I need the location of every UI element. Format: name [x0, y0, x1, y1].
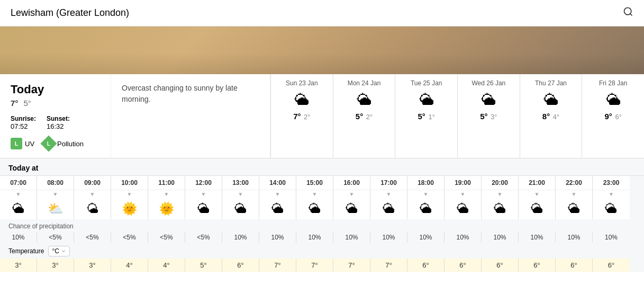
hourly-weather-icon: 🌥	[593, 198, 630, 219]
search-icon	[623, 6, 633, 17]
sunrise-value: 07:52	[11, 122, 28, 130]
badges: L UV L Pollution	[11, 138, 100, 149]
today-low: 5°	[24, 99, 31, 108]
forecast-weather-icon: 🌥	[400, 91, 453, 109]
temp-cell: 6°	[556, 259, 593, 272]
sunset-label: Sunset:	[47, 115, 70, 122]
description-text: Overcast changing to sunny by late morni…	[122, 83, 259, 105]
hourly-arrow: ▼	[37, 190, 74, 198]
hourly-time: 07:00	[0, 176, 37, 190]
precip-cell: <5%	[148, 232, 185, 243]
temp-cell: 7°	[370, 259, 407, 272]
today-temps: 7° 5°	[11, 99, 100, 108]
hero-image	[0, 26, 644, 74]
hourly-weather-icon: 🌥	[556, 198, 592, 219]
hourly-col: 18:00 ▼ 🌥	[407, 176, 445, 219]
precip-cell: 10%	[445, 232, 482, 243]
hourly-weather-icon: 🌤	[74, 198, 111, 219]
temp-cell: 3°	[74, 259, 111, 272]
hourly-time: 19:00	[445, 176, 481, 190]
precip-cell: <5%	[37, 232, 74, 243]
hourly-col: 17:00 ▼ 🌥	[370, 176, 407, 219]
hourly-weather-icon: 🌥	[296, 198, 333, 219]
forecast-low: 4°	[553, 113, 559, 121]
hourly-weather-icon: 🌥	[482, 198, 518, 219]
forecast-high: 5°	[356, 112, 363, 121]
hourly-weather-icon: 🌥	[333, 198, 370, 219]
hourly-arrow: ▼	[222, 190, 259, 198]
precip-cell: 10%	[333, 232, 370, 243]
hourly-col: 11:00 ▼ 🌞	[148, 176, 185, 219]
hourly-arrow: ▼	[333, 190, 370, 198]
hourly-time: 16:00	[333, 176, 370, 190]
forecast-card: Fri 28 Jan 🌥 9° 6°	[582, 74, 644, 158]
header: Lewisham (Greater London)	[0, 0, 644, 26]
hourly-time: 09:00	[74, 176, 111, 190]
description-panel: Overcast changing to sunny by late morni…	[111, 74, 270, 158]
sunrise-item: Sunrise: 07:52	[11, 115, 36, 130]
page-title: Lewisham (Greater London)	[11, 7, 129, 19]
temp-cell: 4°	[111, 259, 148, 272]
precip-cell: <5%	[111, 232, 148, 243]
hourly-time: 11:00	[148, 176, 185, 190]
forecast-date: Mon 24 Jan	[338, 79, 391, 87]
forecast-date: Thu 27 Jan	[524, 79, 578, 87]
hourly-arrow: ▼	[407, 190, 444, 198]
hourly-arrow: ▼	[148, 190, 185, 198]
today-at-section: Today at 07:00 ▼ 🌥 08:00 ▼ ⛅ 09:00 ▼ 🌤 1…	[0, 158, 644, 219]
unit-value: °C	[52, 247, 59, 255]
hourly-col: 20:00 ▼ 🌥	[482, 176, 519, 219]
hourly-weather-icon: 🌥	[185, 198, 222, 219]
hourly-weather-icon: 🌞	[148, 198, 185, 219]
hourly-time: 14:00	[259, 176, 296, 190]
today-panel: Today 7° 5° Sunrise: 07:52 Sunset: 16:32…	[0, 74, 111, 158]
today-high: 7°	[11, 99, 18, 108]
pollution-diamond: L	[41, 135, 57, 152]
forecast-high: 9°	[604, 112, 612, 121]
uv-label: UV	[25, 140, 34, 148]
hourly-time: 13:00	[222, 176, 259, 190]
hourly-time: 23:00	[593, 176, 630, 190]
precip-cell: 10%	[370, 232, 407, 243]
temp-section: Temperature °C 3°3°3°4°4°5°6°7°7°7°7°6°6…	[0, 243, 644, 272]
precip-values: 10%<5%<5%<5%<5%<5%10%10%10%10%10%10%10%1…	[0, 232, 644, 243]
hourly-col: 08:00 ▼ ⛅	[37, 176, 74, 219]
today-at-header: Today at	[0, 158, 644, 175]
temp-label-row: Temperature °C	[0, 243, 644, 259]
search-button[interactable]	[623, 6, 633, 20]
forecast-low: 1°	[428, 113, 434, 121]
hourly-weather-icon: 🌥	[407, 198, 444, 219]
forecast-card: Sun 23 Jan 🌥 7° 2°	[270, 74, 333, 158]
hourly-scroll[interactable]: 07:00 ▼ 🌥 08:00 ▼ ⛅ 09:00 ▼ 🌤 10:00 ▼ 🌞 …	[0, 175, 644, 219]
forecast-strip: Sun 23 Jan 🌥 7° 2° Mon 24 Jan 🌥 5° 2° Tu…	[270, 74, 644, 158]
forecast-high: 7°	[293, 112, 301, 121]
hourly-arrow: ▼	[556, 190, 592, 198]
svg-line-1	[630, 14, 632, 16]
forecast-high: 5°	[418, 112, 425, 121]
hourly-arrow: ▼	[74, 190, 111, 198]
hourly-arrow: ▼	[0, 190, 37, 198]
hourly-col: 23:00 ▼ 🌥	[593, 176, 630, 219]
uv-badge-item: L UV	[11, 138, 34, 149]
hourly-arrow: ▼	[482, 190, 518, 198]
precip-cell: 10%	[593, 232, 630, 243]
hourly-col: 12:00 ▼ 🌥	[185, 176, 222, 219]
hourly-time: 20:00	[482, 176, 518, 190]
forecast-weather-icon: 🌥	[338, 91, 391, 109]
forecast-date: Sun 23 Jan	[275, 79, 329, 87]
forecast-weather-icon: 🌥	[524, 91, 578, 109]
hourly-time: 17:00	[370, 176, 407, 190]
hourly-arrow: ▼	[259, 190, 296, 198]
hourly-time: 12:00	[185, 176, 222, 190]
unit-selector[interactable]: °C	[48, 246, 69, 256]
hourly-time: 15:00	[296, 176, 333, 190]
precip-cell: 10%	[296, 232, 333, 243]
precip-cell: 10%	[407, 232, 445, 243]
hourly-arrow: ▼	[519, 190, 555, 198]
forecast-date: Tue 25 Jan	[400, 79, 453, 87]
precip-cell: 10%	[222, 232, 259, 243]
main-content: Today 7° 5° Sunrise: 07:52 Sunset: 16:32…	[0, 74, 644, 158]
precip-cell: 10%	[482, 232, 519, 243]
hourly-weather-icon: 🌥	[0, 198, 37, 219]
hourly-weather-icon: 🌥	[259, 198, 296, 219]
